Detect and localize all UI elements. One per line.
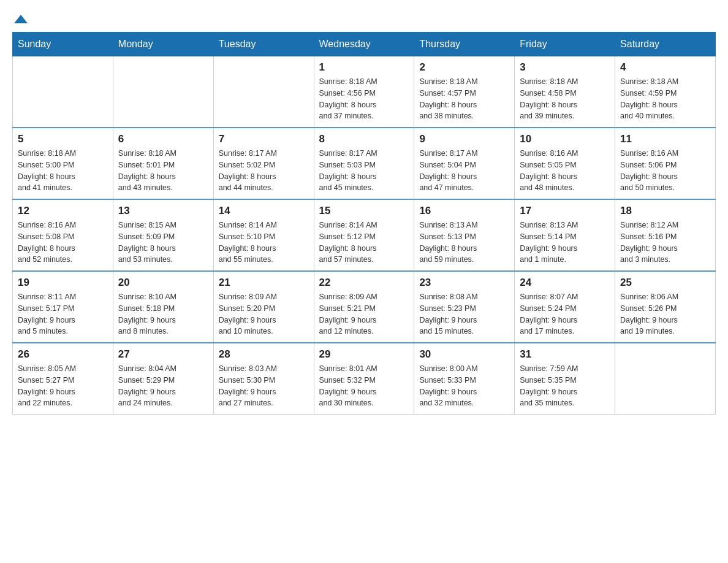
day-info: Sunrise: 8:16 AM Sunset: 5:08 PM Dayligh… xyxy=(18,220,108,266)
day-info: Sunrise: 8:15 AM Sunset: 5:09 PM Dayligh… xyxy=(118,220,208,266)
day-info: Sunrise: 8:09 AM Sunset: 5:20 PM Dayligh… xyxy=(219,291,309,337)
calendar-cell: 7Sunrise: 8:17 AM Sunset: 5:02 PM Daylig… xyxy=(213,128,314,199)
day-info: Sunrise: 8:13 AM Sunset: 5:14 PM Dayligh… xyxy=(520,220,610,266)
day-number: 18 xyxy=(620,205,710,217)
calendar-cell: 11Sunrise: 8:16 AM Sunset: 5:06 PM Dayli… xyxy=(615,128,716,199)
day-info: Sunrise: 8:17 AM Sunset: 5:02 PM Dayligh… xyxy=(219,148,309,194)
calendar-cell: 13Sunrise: 8:15 AM Sunset: 5:09 PM Dayli… xyxy=(113,199,213,271)
calendar-cell: 1Sunrise: 8:18 AM Sunset: 4:56 PM Daylig… xyxy=(314,56,414,128)
column-header-thursday: Thursday xyxy=(414,33,515,56)
calendar-cell xyxy=(615,343,716,415)
day-number: 31 xyxy=(520,348,610,361)
calendar-cell: 22Sunrise: 8:09 AM Sunset: 5:21 PM Dayli… xyxy=(314,271,414,343)
day-info: Sunrise: 8:05 AM Sunset: 5:27 PM Dayligh… xyxy=(18,363,108,409)
day-info: Sunrise: 8:04 AM Sunset: 5:29 PM Dayligh… xyxy=(118,363,208,409)
day-info: Sunrise: 8:00 AM Sunset: 5:33 PM Dayligh… xyxy=(419,363,509,409)
column-header-sunday: Sunday xyxy=(13,33,113,56)
calendar-cell: 8Sunrise: 8:17 AM Sunset: 5:03 PM Daylig… xyxy=(314,128,414,199)
day-number: 10 xyxy=(520,133,610,145)
day-number: 9 xyxy=(419,133,509,145)
calendar-cell: 27Sunrise: 8:04 AM Sunset: 5:29 PM Dayli… xyxy=(113,343,213,415)
calendar-cell: 2Sunrise: 8:18 AM Sunset: 4:57 PM Daylig… xyxy=(414,56,515,128)
day-info: Sunrise: 8:18 AM Sunset: 4:59 PM Dayligh… xyxy=(620,76,710,122)
day-number: 25 xyxy=(620,277,710,289)
day-number: 19 xyxy=(18,277,108,289)
day-info: Sunrise: 8:18 AM Sunset: 4:56 PM Dayligh… xyxy=(319,76,409,122)
day-number: 27 xyxy=(118,348,208,361)
column-header-monday: Monday xyxy=(113,33,213,56)
day-number: 24 xyxy=(520,277,610,289)
day-number: 7 xyxy=(219,133,309,145)
day-number: 12 xyxy=(18,205,108,217)
day-info: Sunrise: 8:07 AM Sunset: 5:24 PM Dayligh… xyxy=(520,291,610,337)
calendar-cell: 4Sunrise: 8:18 AM Sunset: 4:59 PM Daylig… xyxy=(615,56,716,128)
day-number: 3 xyxy=(520,61,610,74)
calendar-cell: 19Sunrise: 8:11 AM Sunset: 5:17 PM Dayli… xyxy=(13,271,113,343)
day-info: Sunrise: 8:16 AM Sunset: 5:06 PM Dayligh… xyxy=(620,148,710,194)
calendar-cell: 17Sunrise: 8:13 AM Sunset: 5:14 PM Dayli… xyxy=(515,199,615,271)
day-info: Sunrise: 8:08 AM Sunset: 5:23 PM Dayligh… xyxy=(419,291,509,337)
calendar-cell: 6Sunrise: 8:18 AM Sunset: 5:01 PM Daylig… xyxy=(113,128,213,199)
day-number: 17 xyxy=(520,205,610,217)
calendar-cell: 25Sunrise: 8:06 AM Sunset: 5:26 PM Dayli… xyxy=(615,271,716,343)
calendar-cell: 12Sunrise: 8:16 AM Sunset: 5:08 PM Dayli… xyxy=(13,199,113,271)
day-number: 20 xyxy=(118,277,208,289)
calendar-week-2: 5Sunrise: 8:18 AM Sunset: 5:00 PM Daylig… xyxy=(13,128,716,199)
calendar-cell xyxy=(213,56,314,128)
calendar-cell: 9Sunrise: 8:17 AM Sunset: 5:04 PM Daylig… xyxy=(414,128,515,199)
day-info: Sunrise: 7:59 AM Sunset: 5:35 PM Dayligh… xyxy=(520,363,610,409)
calendar-cell: 14Sunrise: 8:14 AM Sunset: 5:10 PM Dayli… xyxy=(213,199,314,271)
calendar-week-4: 19Sunrise: 8:11 AM Sunset: 5:17 PM Dayli… xyxy=(13,271,716,343)
day-number: 22 xyxy=(319,277,409,289)
calendar-week-3: 12Sunrise: 8:16 AM Sunset: 5:08 PM Dayli… xyxy=(13,199,716,271)
day-number: 29 xyxy=(319,348,409,361)
day-number: 26 xyxy=(18,348,108,361)
day-number: 11 xyxy=(620,133,710,145)
calendar-cell: 24Sunrise: 8:07 AM Sunset: 5:24 PM Dayli… xyxy=(515,271,615,343)
day-info: Sunrise: 8:18 AM Sunset: 4:58 PM Dayligh… xyxy=(520,76,610,122)
calendar-cell: 18Sunrise: 8:12 AM Sunset: 5:16 PM Dayli… xyxy=(615,199,716,271)
calendar-week-1: 1Sunrise: 8:18 AM Sunset: 4:56 PM Daylig… xyxy=(13,56,716,128)
day-info: Sunrise: 8:14 AM Sunset: 5:10 PM Dayligh… xyxy=(219,220,309,266)
day-info: Sunrise: 8:03 AM Sunset: 5:30 PM Dayligh… xyxy=(219,363,309,409)
calendar-cell: 21Sunrise: 8:09 AM Sunset: 5:20 PM Dayli… xyxy=(213,271,314,343)
day-number: 23 xyxy=(419,277,509,289)
day-number: 21 xyxy=(219,277,309,289)
calendar-cell: 26Sunrise: 8:05 AM Sunset: 5:27 PM Dayli… xyxy=(13,343,113,415)
day-info: Sunrise: 8:17 AM Sunset: 5:03 PM Dayligh… xyxy=(319,148,409,194)
calendar-cell: 10Sunrise: 8:16 AM Sunset: 5:05 PM Dayli… xyxy=(515,128,615,199)
day-number: 5 xyxy=(18,133,108,145)
day-info: Sunrise: 8:13 AM Sunset: 5:13 PM Dayligh… xyxy=(419,220,509,266)
day-info: Sunrise: 8:11 AM Sunset: 5:17 PM Dayligh… xyxy=(18,291,108,337)
day-number: 4 xyxy=(620,61,710,74)
day-info: Sunrise: 8:09 AM Sunset: 5:21 PM Dayligh… xyxy=(319,291,409,337)
day-info: Sunrise: 8:18 AM Sunset: 5:01 PM Dayligh… xyxy=(118,148,208,194)
day-info: Sunrise: 8:01 AM Sunset: 5:32 PM Dayligh… xyxy=(319,363,409,409)
logo-triangle-icon xyxy=(14,12,28,26)
calendar-cell: 30Sunrise: 8:00 AM Sunset: 5:33 PM Dayli… xyxy=(414,343,515,415)
calendar-table: SundayMondayTuesdayWednesdayThursdayFrid… xyxy=(12,32,716,415)
column-header-tuesday: Tuesday xyxy=(213,33,314,56)
day-info: Sunrise: 8:10 AM Sunset: 5:18 PM Dayligh… xyxy=(118,291,208,337)
day-number: 2 xyxy=(419,61,509,74)
column-header-saturday: Saturday xyxy=(615,33,716,56)
day-info: Sunrise: 8:14 AM Sunset: 5:12 PM Dayligh… xyxy=(319,220,409,266)
day-number: 1 xyxy=(319,61,409,74)
calendar-cell: 5Sunrise: 8:18 AM Sunset: 5:00 PM Daylig… xyxy=(13,128,113,199)
svg-marker-0 xyxy=(14,15,28,23)
calendar-week-5: 26Sunrise: 8:05 AM Sunset: 5:27 PM Dayli… xyxy=(13,343,716,415)
day-number: 16 xyxy=(419,205,509,217)
day-number: 28 xyxy=(219,348,309,361)
day-info: Sunrise: 8:18 AM Sunset: 4:57 PM Dayligh… xyxy=(419,76,509,122)
calendar-cell: 15Sunrise: 8:14 AM Sunset: 5:12 PM Dayli… xyxy=(314,199,414,271)
day-number: 13 xyxy=(118,205,208,217)
day-info: Sunrise: 8:12 AM Sunset: 5:16 PM Dayligh… xyxy=(620,220,710,266)
calendar-cell: 16Sunrise: 8:13 AM Sunset: 5:13 PM Dayli… xyxy=(414,199,515,271)
day-info: Sunrise: 8:16 AM Sunset: 5:05 PM Dayligh… xyxy=(520,148,610,194)
calendar-header-row: SundayMondayTuesdayWednesdayThursdayFrid… xyxy=(13,33,716,56)
day-number: 14 xyxy=(219,205,309,217)
logo xyxy=(12,12,28,26)
calendar-cell xyxy=(13,56,113,128)
day-number: 6 xyxy=(118,133,208,145)
day-info: Sunrise: 8:17 AM Sunset: 5:04 PM Dayligh… xyxy=(419,148,509,194)
